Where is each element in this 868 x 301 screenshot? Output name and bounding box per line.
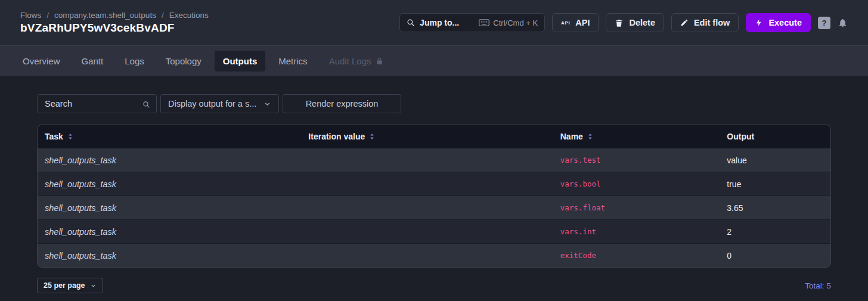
notifications-button[interactable] xyxy=(838,18,848,28)
sort-icon xyxy=(368,133,376,140)
tab-topology[interactable]: Topology xyxy=(157,51,210,72)
breadcrumb-flows[interactable]: Flows xyxy=(20,11,41,20)
tab-outputs[interactable]: Outputs xyxy=(215,51,266,72)
sort-icon xyxy=(587,133,594,140)
bell-icon xyxy=(838,18,848,28)
output-cell: value xyxy=(720,156,830,165)
table-row[interactable]: shell_outputs_task vars.test value xyxy=(38,148,830,172)
total-value: 5 xyxy=(826,281,831,290)
search-icon xyxy=(142,100,150,111)
name-cell: vars.test xyxy=(553,156,720,165)
chevron-down-icon xyxy=(90,283,97,289)
delete-button[interactable]: Delete xyxy=(606,13,664,32)
tab-audit-logs-label: Audit Logs xyxy=(329,56,371,66)
column-header-iteration-value[interactable]: Iteration value xyxy=(301,132,553,141)
output-cell: 3.65 xyxy=(720,203,830,213)
per-page-select[interactable]: 25 per page xyxy=(37,278,103,293)
column-header-output: Output xyxy=(720,132,830,141)
column-header-name-label: Name xyxy=(560,132,583,141)
task-cell: shell_outputs_task xyxy=(38,156,301,165)
tab-overview[interactable]: Overview xyxy=(14,51,69,72)
table-header-row: Task Iteration value Name xyxy=(38,125,830,148)
output-cell: true xyxy=(720,179,830,189)
display-output-selected-value: Display output for a s... xyxy=(168,99,256,108)
table-row[interactable]: shell_outputs_task vars.int 2 xyxy=(38,219,830,243)
tab-logs[interactable]: Logs xyxy=(116,51,153,72)
column-header-name[interactable]: Name xyxy=(553,132,720,141)
edit-flow-button-label: Edit flow xyxy=(694,18,730,27)
chevron-down-icon xyxy=(264,100,271,108)
outputs-table: Task Iteration value Name xyxy=(37,125,831,268)
total-count: Total: 5 xyxy=(805,281,831,290)
name-cell: vars.float xyxy=(553,203,720,212)
tab-metrics[interactable]: Metrics xyxy=(270,51,315,72)
table-row[interactable]: shell_outputs_task exitCode 0 xyxy=(38,243,830,267)
column-header-output-label: Output xyxy=(727,132,754,141)
column-header-iteration-value-label: Iteration value xyxy=(308,132,365,141)
breadcrumb-separator: / xyxy=(162,11,164,20)
search-input[interactable] xyxy=(38,95,156,113)
column-header-task-label: Task xyxy=(45,132,63,141)
lightning-bolt-icon xyxy=(755,18,763,27)
header-left: Flows / company.team.shell_outputs / Exe… xyxy=(20,11,209,35)
table-footer: 25 per page Total: 5 xyxy=(37,278,831,293)
execute-button-label: Execute xyxy=(768,18,802,27)
table-row[interactable]: shell_outputs_task vars.float 3.65 xyxy=(38,196,830,219)
name-cell: vars.int xyxy=(553,227,720,236)
page: Flows / company.team.shell_outputs / Exe… xyxy=(0,0,868,293)
search-icon xyxy=(407,18,415,27)
total-label: Total: xyxy=(805,281,824,290)
display-output-select[interactable]: Display output for a s... xyxy=(160,94,279,113)
tab-bar: Overview Gantt Logs Topology Outputs Met… xyxy=(0,45,868,76)
breadcrumb-namespace[interactable]: company.team.shell_outputs xyxy=(54,11,156,20)
pencil-icon xyxy=(680,18,689,27)
trash-icon xyxy=(615,18,624,27)
delete-button-label: Delete xyxy=(629,18,655,27)
task-cell: shell_outputs_task xyxy=(38,203,301,213)
execute-button[interactable]: Execute xyxy=(746,13,811,32)
api-icon: API xyxy=(561,20,570,26)
edit-flow-button[interactable]: Edit flow xyxy=(671,13,739,32)
name-cell: vars.bool xyxy=(553,179,720,188)
jump-to-button[interactable]: Jump to... Ctrl/Cmd + K xyxy=(399,13,545,32)
search-box xyxy=(37,94,157,113)
task-cell: shell_outputs_task xyxy=(38,227,301,237)
keyboard-shortcut-text: Ctrl/Cmd + K xyxy=(493,18,538,27)
keyboard-icon xyxy=(479,19,489,26)
filter-bar: Display output for a s... Render express… xyxy=(37,94,831,113)
output-cell: 0 xyxy=(720,251,830,260)
name-cell: exitCode xyxy=(553,251,720,260)
sort-icon xyxy=(67,133,74,140)
top-header: Flows / company.team.shell_outputs / Exe… xyxy=(0,0,868,45)
breadcrumb-separator: / xyxy=(46,11,49,20)
breadcrumb-executions[interactable]: Executions xyxy=(169,11,209,20)
api-button[interactable]: API API xyxy=(552,13,599,32)
tab-audit-logs[interactable]: Audit Logs xyxy=(321,51,392,72)
table-row[interactable]: shell_outputs_task vars.bool true xyxy=(38,172,830,196)
breadcrumb: Flows / company.team.shell_outputs / Exe… xyxy=(20,11,209,20)
jump-to-label: Jump to... xyxy=(420,18,474,27)
task-cell: shell_outputs_task xyxy=(38,179,301,189)
header-actions: Jump to... Ctrl/Cmd + K API API Delete xyxy=(399,13,848,32)
render-expression-button[interactable]: Render expression xyxy=(283,94,401,113)
keyboard-shortcut: Ctrl/Cmd + K xyxy=(479,18,538,27)
column-header-task[interactable]: Task xyxy=(38,132,301,141)
help-button[interactable]: ? xyxy=(818,17,830,29)
output-cell: 2 xyxy=(720,227,830,237)
tab-gantt[interactable]: Gantt xyxy=(73,51,112,72)
outputs-panel: Display output for a s... Render express… xyxy=(0,76,868,293)
task-cell: shell_outputs_task xyxy=(38,251,301,260)
per-page-label: 25 per page xyxy=(44,281,85,290)
lock-icon xyxy=(376,57,383,65)
page-title: bVZaRhUPY5wV3cekBvADF xyxy=(20,21,209,35)
question-mark-icon: ? xyxy=(822,18,827,27)
api-button-label: API xyxy=(575,18,590,27)
